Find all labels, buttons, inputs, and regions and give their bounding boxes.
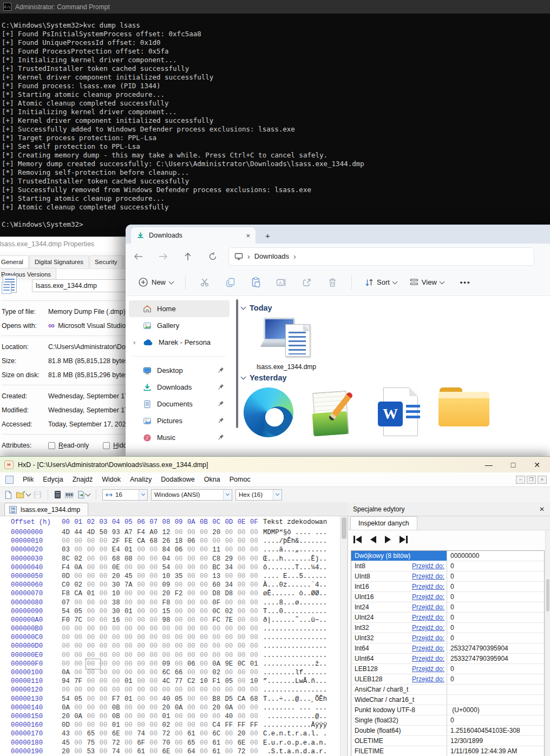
hex-decoded-text[interactable]: ....ä...„....... xyxy=(263,545,327,554)
file-item-lsass.exe_1344.dmp[interactable]: lsass.exe_1344.dmp xyxy=(253,317,319,371)
go-to-link[interactable]: Przejdź do: xyxy=(412,643,444,653)
minimize-icon[interactable]: — xyxy=(485,461,493,469)
sidebar-item-music[interactable]: ♪Music xyxy=(129,429,230,446)
numeric-base-combo[interactable]: Hex (16) xyxy=(235,489,282,501)
sidebar-item-documents[interactable]: Documents xyxy=(129,396,230,412)
inspector-value[interactable]: 0 xyxy=(447,674,544,684)
hex-bytes[interactable]: 430065006E007400720061006C002000 xyxy=(62,729,263,738)
open-file-button[interactable] xyxy=(16,491,30,499)
new-tab-button[interactable]: + xyxy=(265,231,270,240)
hex-bytes[interactable]: 03000000E40100008406000011000000 xyxy=(62,545,263,554)
hex-bytes[interactable]: 000000002FFECA682618060000000000 xyxy=(62,537,263,545)
last-byte-button[interactable] xyxy=(400,536,408,543)
mdi-close-icon[interactable]: × xyxy=(538,476,547,484)
menu-widok[interactable]: Widok xyxy=(102,476,121,483)
hex-bytes[interactable]: 00000000000000000000000000000000 xyxy=(62,633,263,642)
hex-decoded-text[interactable]: ..../þÊh&....... xyxy=(263,537,327,545)
hex-bytes[interactable]: F8CA01001000000020F20000D8D80000 xyxy=(62,589,263,598)
delete-button[interactable] xyxy=(319,278,345,287)
go-to-link[interactable]: Przejdź do: xyxy=(412,674,444,684)
group-header-today[interactable]: Today xyxy=(241,304,550,312)
disk-sector-icon[interactable] xyxy=(54,490,61,499)
go-to-link[interactable]: Przejdź do: xyxy=(412,582,444,591)
maximize-icon[interactable]: □ xyxy=(511,461,515,469)
readonly-checkbox-box[interactable] xyxy=(48,442,55,449)
copy-button[interactable] xyxy=(218,278,243,287)
hex-decoded-text[interactable]: E.u.r.o.p.e.a.n. xyxy=(263,739,327,747)
hxd-titlebar[interactable]: H HxD - [C:\Users\Administrator\Download… xyxy=(0,457,550,472)
hex-decoded-text[interactable]: ð|......˜...ü~.. xyxy=(263,616,327,624)
inspector-value[interactable]: 0 xyxy=(447,633,544,643)
menu-edycja[interactable]: Edycja xyxy=(43,476,63,483)
file-item[interactable] xyxy=(310,387,362,438)
inspector-value[interactable]: 00000000 xyxy=(447,551,544,561)
inspector-value[interactable]: 0 xyxy=(447,582,544,591)
hex-decoded-text[interactable]: T...0........... xyxy=(263,607,327,616)
hidden-checkbox-box[interactable] xyxy=(103,442,110,449)
refresh-button[interactable] xyxy=(200,252,225,261)
readonly-checkbox[interactable]: Read-only xyxy=(48,442,89,449)
explorer-tab-downloads[interactable]: Downloads × xyxy=(131,227,256,244)
inspector-value[interactable]: 0 xyxy=(447,623,544,633)
ram-icon[interactable] xyxy=(64,491,74,499)
sidebar-item-marek-persona[interactable]: ›Marek - Persona xyxy=(129,334,230,351)
hex-decoded-text[interactable]: ................ xyxy=(263,642,327,650)
bytes-per-row-combo[interactable]: 16 xyxy=(102,489,148,501)
hex-decoded-text[interactable]: À...0z......`4.. xyxy=(263,581,327,589)
back-button[interactable] xyxy=(126,253,150,260)
hex-bytes[interactable]: 0000000000000000090006000A9E0C01 xyxy=(62,660,263,668)
inspector-value[interactable]: 0 xyxy=(447,561,544,571)
hex-decoded-text[interactable]: ô.......T...¼4.. xyxy=(263,563,327,572)
inspector-value[interactable]: 1/11/1609 12:44:39 AM xyxy=(447,746,544,756)
hex-decoded-text[interactable]: ............Äÿÿÿ xyxy=(263,721,327,729)
hex-decoded-text[interactable]: Œ...h.......È).. xyxy=(263,555,327,563)
hex-bytes[interactable]: 0A000000000000006C66000002000000 xyxy=(62,668,263,677)
hex-grid[interactable]: Offset (h) 000102030405060708090A0B0C0D0… xyxy=(0,516,340,756)
inspector-value[interactable]: 2533274790395904 xyxy=(447,654,544,663)
go-to-link[interactable]: Przejdź do: xyxy=(412,633,444,643)
sidebar-item-desktop[interactable]: Desktop xyxy=(129,362,230,379)
hex-bytes[interactable]: 4D444D5093A7F4A01200000020000000 xyxy=(62,528,263,537)
inspector-value[interactable]: 1.2516040454103E-308 xyxy=(447,726,544,735)
file-item[interactable] xyxy=(438,387,490,438)
menu-plik[interactable]: Plik xyxy=(23,476,34,483)
go-to-link[interactable]: Przejdź do: xyxy=(412,613,444,622)
file-tab[interactable]: FBA0 lsass.exe_1344.dmp xyxy=(4,503,88,516)
sidebar-item-home[interactable]: Home xyxy=(129,300,230,317)
forward-button[interactable] xyxy=(150,253,175,260)
hex-scrollbar[interactable] xyxy=(340,516,347,756)
hex-bytes[interactable]: 200A00000B0000000100000000400000 xyxy=(62,712,263,721)
hex-decoded-text[interactable]: øÊ...... ò..ØØ.. xyxy=(263,589,327,598)
hex-bytes[interactable]: 00000000000000000000000000000000 xyxy=(62,642,263,650)
save-icon[interactable] xyxy=(34,491,42,499)
hex-bytes[interactable]: 00000000000000000000000000000000 xyxy=(62,624,263,633)
hex-decoded-text[interactable]: ................ xyxy=(263,624,327,633)
go-to-link[interactable]: Przejdź do: xyxy=(412,664,444,674)
sidebar-item-gallery[interactable]: Gallery xyxy=(129,317,230,334)
previous-byte-button[interactable] xyxy=(370,536,376,543)
close-icon[interactable]: ✕ xyxy=(534,461,540,469)
tab-digital-signatures[interactable]: Digital Signatures xyxy=(29,255,89,268)
hex-bytes[interactable]: 947F0000000100004C77C210F1050010 xyxy=(62,677,263,686)
sort-button[interactable]: Sort xyxy=(365,278,397,287)
hex-decoded-text[interactable]: ................ xyxy=(263,686,327,694)
inspector-value[interactable]: (U+0000) xyxy=(447,705,544,715)
hex-bytes[interactable]: F07C00001600000098000000FC7E0000 xyxy=(62,616,263,624)
file-item[interactable]: W xyxy=(378,387,422,438)
mdi-minimize-icon[interactable]: – xyxy=(516,476,525,484)
hex-decoded-text[interactable]: .............ž.. xyxy=(263,660,327,668)
chevron-right-icon[interactable]: › xyxy=(133,338,135,346)
export-button[interactable] xyxy=(77,490,90,499)
next-byte-button[interactable] xyxy=(385,536,391,543)
tab-data-inspector[interactable]: Inspektor danych xyxy=(350,516,417,530)
hex-bytes[interactable]: 0D000000204500001035000013000000 xyxy=(62,572,263,581)
hex-bytes[interactable]: C0020000307A00000900000060340000 xyxy=(62,581,263,589)
hex-bytes[interactable]: 0D0000000100000002000000C4FFFFFF xyxy=(62,721,263,729)
mdi-restore-icon[interactable]: ❐ xyxy=(527,476,536,484)
inspector-value[interactable]: 0 xyxy=(447,715,544,725)
inspector-scrollbar[interactable] xyxy=(545,530,550,756)
address-bar[interactable]: › Downloads › xyxy=(228,247,534,266)
share-button[interactable] xyxy=(294,278,319,287)
tab-close-icon[interactable]: × xyxy=(246,232,250,240)
up-button[interactable] xyxy=(175,252,200,261)
